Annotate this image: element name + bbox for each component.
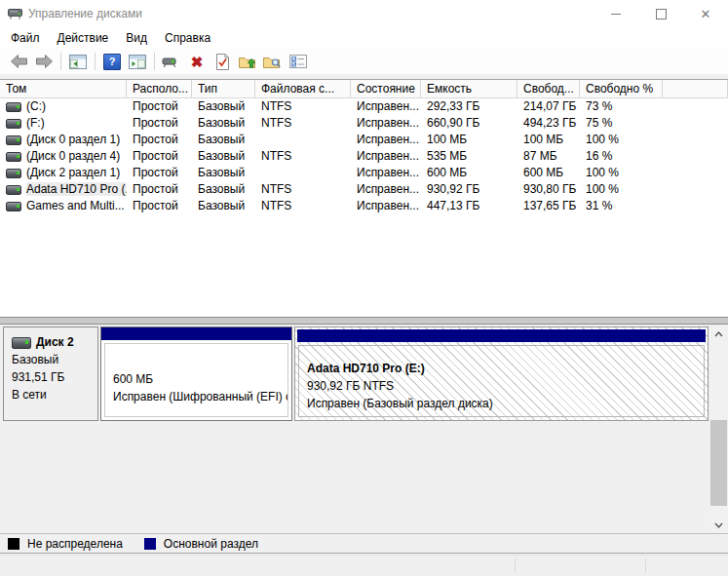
help-icon[interactable]: ? (99, 51, 125, 72)
cell-capacity: 535 МБ (421, 148, 517, 165)
cell-fs: NTFS (255, 181, 351, 198)
cell-free_pct: 16 % (580, 148, 663, 165)
checklist-icon[interactable] (286, 51, 311, 72)
partition-color-bar (101, 327, 291, 340)
cell-type: Базовый (192, 148, 255, 165)
column-header[interactable]: Состояние (351, 80, 421, 97)
volume-name: (Диск 2 раздел 1) (26, 166, 120, 179)
disk-capacity: 931,51 ГБ (12, 368, 97, 386)
volume-icon (6, 185, 21, 195)
volume-name: (C:) (26, 99, 46, 113)
column-header[interactable]: Располо... (127, 80, 192, 97)
chevron-up-icon (714, 331, 723, 337)
scrollbar-thumb[interactable] (710, 420, 727, 506)
table-row[interactable]: Adata HD710 Pro (...ПростойБазовыйNTFSИс… (0, 181, 728, 198)
partition-adata-selected[interactable]: Adata HD710 Pro (E:) 930,92 ГБ NTFS Испр… (294, 326, 709, 421)
cell-layout: Простой (127, 115, 192, 132)
chevron-down-icon (714, 522, 723, 528)
disk-type: Базовый (12, 351, 97, 368)
volume-icon (6, 135, 21, 145)
scroll-up-button[interactable] (710, 326, 727, 342)
table-row[interactable]: (F:)ПростойБазовыйNTFSИсправен...660,90 … (0, 115, 728, 132)
volume-icon (6, 202, 21, 211)
partition-status: Исправен (Базовый раздел диска) (307, 395, 704, 412)
cell-status: Исправен... (351, 115, 421, 132)
column-header[interactable]: Свобод... (517, 80, 580, 97)
partition-color-bar (297, 329, 706, 342)
cell-type: Базовый (192, 98, 255, 115)
cell-type: Базовый (192, 165, 255, 181)
cell-fs (255, 132, 351, 148)
volume-list-pane: ТомРасполо...ТипФайловая с...СостояниеЕм… (0, 80, 728, 317)
volume-icon (6, 119, 21, 129)
cell-free_pct: 73 % (580, 98, 663, 115)
cell-free_pct: 100 % (580, 132, 663, 148)
menu-action[interactable]: Действие (49, 28, 118, 48)
cell-layout: Простой (127, 132, 192, 148)
legend-swatch (8, 538, 19, 550)
table-row[interactable]: (C:)ПростойБазовыйNTFSИсправен...292,33 … (0, 98, 728, 115)
pane-splitter[interactable] (0, 317, 728, 325)
status-divider (515, 558, 516, 573)
delete-volume-icon[interactable]: ✖ (184, 51, 210, 72)
vertical-scrollbar[interactable] (710, 326, 727, 533)
folder-search-icon[interactable] (260, 51, 286, 72)
cell-name: (Диск 2 раздел 1) (0, 165, 127, 181)
folder-up-icon[interactable] (235, 51, 260, 72)
disk-management-window: Управление дисками ✕ Файл Действие Вид С… (0, 0, 728, 576)
action-pane-toggle-icon[interactable] (125, 51, 150, 72)
table-row[interactable]: (Диск 0 раздел 4)ПростойБазовыйNTFSИспра… (0, 148, 728, 165)
cell-layout: Простой (127, 181, 192, 198)
device-properties-icon[interactable] (159, 51, 184, 72)
column-header[interactable]: Том (0, 80, 127, 97)
cell-layout: Простой (127, 165, 192, 181)
cell-capacity: 100 МБ (421, 132, 517, 148)
column-header[interactable]: Файловая с... (255, 80, 351, 97)
partition-status: Исправен (Шифрованный (EFI) си (113, 388, 287, 405)
check-document-icon[interactable] (210, 51, 235, 72)
disk-name: Диск 2 (36, 335, 74, 349)
close-button[interactable]: ✕ (683, 0, 728, 27)
partition-size: 600 МБ (113, 370, 287, 388)
menu-file[interactable]: Файл (2, 28, 49, 48)
table-row[interactable]: (Диск 0 раздел 1)ПростойБазовыйИсправен.… (0, 132, 728, 148)
cell-type: Базовый (192, 132, 255, 148)
minimize-button[interactable] (594, 0, 638, 27)
partition-efi[interactable]: 600 МБ Исправен (Шифрованный (EFI) си (100, 326, 292, 421)
cell-free_pct: 100 % (580, 181, 663, 198)
close-icon: ✕ (701, 8, 711, 20)
disk-2-label-panel[interactable]: Диск 2 Базовый 931,51 ГБ В сети (3, 326, 98, 421)
maximize-button[interactable] (638, 0, 683, 27)
status-bar (0, 555, 728, 576)
menu-view[interactable]: Вид (117, 28, 156, 48)
cell-capacity: 930,92 ГБ (421, 181, 517, 198)
column-header[interactable]: Тип (192, 80, 255, 97)
table-row[interactable]: (Диск 2 раздел 1)ПростойБазовыйИсправен.… (0, 165, 728, 181)
forward-icon[interactable] (31, 51, 57, 72)
cell-status: Исправен... (351, 98, 421, 115)
volume-name: (F:) (26, 116, 45, 130)
column-header-filler (663, 80, 728, 97)
volume-icon (6, 169, 21, 178)
cell-fs: NTFS (255, 148, 351, 165)
window-title: Управление дисками (28, 7, 142, 20)
cell-free: 87 МБ (517, 148, 580, 165)
legend-label: Не распределена (27, 537, 123, 551)
toolbar-separator (154, 53, 155, 70)
cell-status: Исправен... (351, 181, 421, 198)
table-row[interactable]: Games and Multi...ПростойБазовыйNTFSИспр… (0, 198, 728, 214)
cell-free_pct: 75 % (580, 115, 663, 132)
column-header[interactable]: Емкость (421, 80, 517, 97)
back-icon[interactable] (6, 51, 31, 72)
cell-status: Исправен... (351, 132, 421, 148)
cell-layout: Простой (127, 148, 192, 165)
legend-swatch (144, 538, 156, 550)
menu-help[interactable]: Справка (156, 28, 219, 48)
column-header[interactable]: Свободно % (580, 80, 663, 97)
scroll-down-button[interactable] (710, 518, 727, 533)
app-disk-icon (8, 8, 22, 20)
maximize-icon (656, 9, 667, 19)
console-tree-toggle-icon[interactable] (65, 51, 91, 72)
toolbar-separator (95, 53, 96, 70)
cell-free: 930,80 ГБ (517, 181, 580, 198)
